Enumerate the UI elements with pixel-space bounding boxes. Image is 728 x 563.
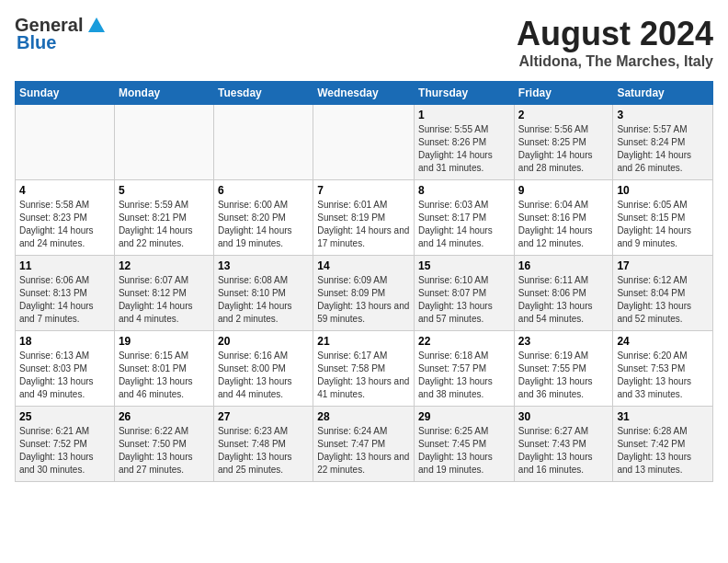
day-info: Sunrise: 6:18 AM Sunset: 7:57 PM Dayligh… <box>418 350 510 401</box>
day-info: Sunrise: 6:23 AM Sunset: 7:48 PM Dayligh… <box>218 425 309 477</box>
calendar-cell: 17Sunrise: 6:12 AM Sunset: 8:04 PM Dayli… <box>613 256 713 331</box>
day-number: 7 <box>317 184 410 197</box>
day-number: 20 <box>218 335 309 348</box>
day-number: 14 <box>317 259 410 272</box>
title-area: August 2024 Altidona, The Marches, Italy <box>517 15 713 70</box>
day-number: 24 <box>617 335 709 348</box>
day-info: Sunrise: 6:04 AM Sunset: 8:16 PM Dayligh… <box>518 199 609 250</box>
calendar-cell: 4Sunrise: 5:58 AM Sunset: 8:23 PM Daylig… <box>16 180 115 256</box>
calendar-cell: 16Sunrise: 6:11 AM Sunset: 8:06 PM Dayli… <box>514 256 613 331</box>
calendar-cell: 30Sunrise: 6:27 AM Sunset: 7:43 PM Dayli… <box>514 407 613 482</box>
calendar-cell: 13Sunrise: 6:08 AM Sunset: 8:10 PM Dayli… <box>213 256 313 331</box>
day-number: 11 <box>19 259 110 272</box>
calendar-cell: 21Sunrise: 6:17 AM Sunset: 7:58 PM Dayli… <box>313 331 415 407</box>
day-number: 18 <box>19 335 110 348</box>
calendar-cell: 14Sunrise: 6:09 AM Sunset: 8:09 PM Dayli… <box>313 256 415 331</box>
day-info: Sunrise: 6:03 AM Sunset: 8:17 PM Dayligh… <box>418 199 510 250</box>
day-info: Sunrise: 6:05 AM Sunset: 8:15 PM Dayligh… <box>617 199 709 250</box>
calendar-week-1: 1Sunrise: 5:55 AM Sunset: 8:26 PM Daylig… <box>16 105 713 180</box>
day-number: 19 <box>119 335 210 348</box>
calendar-table: SundayMondayTuesdayWednesdayThursdayFrid… <box>15 81 713 482</box>
logo-icon <box>86 16 107 36</box>
day-info: Sunrise: 6:22 AM Sunset: 7:50 PM Dayligh… <box>119 425 210 477</box>
day-info: Sunrise: 6:13 AM Sunset: 8:03 PM Dayligh… <box>19 350 110 401</box>
calendar-cell <box>16 105 115 180</box>
day-number: 23 <box>518 335 609 348</box>
day-info: Sunrise: 6:08 AM Sunset: 8:10 PM Dayligh… <box>218 274 309 326</box>
day-number: 6 <box>218 184 309 197</box>
calendar-cell: 20Sunrise: 6:16 AM Sunset: 8:00 PM Dayli… <box>213 331 313 407</box>
calendar-week-5: 25Sunrise: 6:21 AM Sunset: 7:52 PM Dayli… <box>16 407 713 482</box>
day-number: 15 <box>418 259 510 272</box>
day-info: Sunrise: 6:10 AM Sunset: 8:07 PM Dayligh… <box>418 274 510 326</box>
day-number: 27 <box>218 410 309 423</box>
day-number: 2 <box>518 109 609 121</box>
calendar-cell <box>114 105 213 180</box>
calendar-cell: 5Sunrise: 5:59 AM Sunset: 8:21 PM Daylig… <box>114 180 213 256</box>
header-row: SundayMondayTuesdayWednesdayThursdayFrid… <box>16 82 713 105</box>
day-number: 26 <box>119 410 210 423</box>
day-number: 30 <box>518 410 609 423</box>
day-info: Sunrise: 5:57 AM Sunset: 8:24 PM Dayligh… <box>617 123 709 175</box>
day-info: Sunrise: 6:27 AM Sunset: 7:43 PM Dayligh… <box>518 425 609 477</box>
day-info: Sunrise: 6:01 AM Sunset: 8:19 PM Dayligh… <box>317 199 410 250</box>
calendar-week-4: 18Sunrise: 6:13 AM Sunset: 8:03 PM Dayli… <box>16 331 713 407</box>
header-cell-monday: Monday <box>114 82 213 105</box>
calendar-cell: 6Sunrise: 6:00 AM Sunset: 8:20 PM Daylig… <box>213 180 313 256</box>
day-number: 16 <box>518 259 609 272</box>
day-info: Sunrise: 6:09 AM Sunset: 8:09 PM Dayligh… <box>317 274 410 326</box>
calendar-cell: 11Sunrise: 6:06 AM Sunset: 8:13 PM Dayli… <box>16 256 115 331</box>
calendar-cell: 28Sunrise: 6:24 AM Sunset: 7:47 PM Dayli… <box>313 407 415 482</box>
header-cell-tuesday: Tuesday <box>213 82 313 105</box>
location-title: Altidona, The Marches, Italy <box>517 53 713 70</box>
header-cell-sunday: Sunday <box>16 82 115 105</box>
day-number: 21 <box>317 335 410 348</box>
day-info: Sunrise: 5:55 AM Sunset: 8:26 PM Dayligh… <box>418 123 510 175</box>
calendar-cell: 9Sunrise: 6:04 AM Sunset: 8:16 PM Daylig… <box>514 180 613 256</box>
calendar-cell: 12Sunrise: 6:07 AM Sunset: 8:12 PM Dayli… <box>114 256 213 331</box>
day-number: 9 <box>518 184 609 197</box>
day-number: 31 <box>617 410 709 423</box>
day-info: Sunrise: 6:15 AM Sunset: 8:01 PM Dayligh… <box>119 350 210 401</box>
day-number: 8 <box>418 184 510 197</box>
svg-marker-0 <box>88 17 105 32</box>
logo-blue-text: Blue <box>15 32 56 53</box>
page-header: General Blue August 2024 Altidona, The M… <box>15 15 713 70</box>
calendar-cell: 19Sunrise: 6:15 AM Sunset: 8:01 PM Dayli… <box>114 331 213 407</box>
day-info: Sunrise: 6:17 AM Sunset: 7:58 PM Dayligh… <box>317 350 410 401</box>
day-info: Sunrise: 6:07 AM Sunset: 8:12 PM Dayligh… <box>119 274 210 326</box>
day-info: Sunrise: 6:11 AM Sunset: 8:06 PM Dayligh… <box>518 274 609 326</box>
day-info: Sunrise: 6:19 AM Sunset: 7:55 PM Dayligh… <box>518 350 609 401</box>
day-info: Sunrise: 6:25 AM Sunset: 7:45 PM Dayligh… <box>418 425 510 477</box>
header-cell-friday: Friday <box>514 82 613 105</box>
calendar-cell: 29Sunrise: 6:25 AM Sunset: 7:45 PM Dayli… <box>415 407 515 482</box>
day-number: 22 <box>418 335 510 348</box>
day-number: 29 <box>418 410 510 423</box>
day-info: Sunrise: 6:00 AM Sunset: 8:20 PM Dayligh… <box>218 199 309 250</box>
calendar-cell: 22Sunrise: 6:18 AM Sunset: 7:57 PM Dayli… <box>415 331 515 407</box>
day-number: 12 <box>119 259 210 272</box>
day-number: 28 <box>317 410 410 423</box>
calendar-cell: 25Sunrise: 6:21 AM Sunset: 7:52 PM Dayli… <box>16 407 115 482</box>
calendar-cell: 15Sunrise: 6:10 AM Sunset: 8:07 PM Dayli… <box>415 256 515 331</box>
day-number: 3 <box>617 109 709 121</box>
calendar-cell: 24Sunrise: 6:20 AM Sunset: 7:53 PM Dayli… <box>613 331 713 407</box>
calendar-cell: 23Sunrise: 6:19 AM Sunset: 7:55 PM Dayli… <box>514 331 613 407</box>
header-cell-saturday: Saturday <box>613 82 713 105</box>
day-info: Sunrise: 6:28 AM Sunset: 7:42 PM Dayligh… <box>617 425 709 477</box>
calendar-cell: 27Sunrise: 6:23 AM Sunset: 7:48 PM Dayli… <box>213 407 313 482</box>
calendar-cell: 1Sunrise: 5:55 AM Sunset: 8:26 PM Daylig… <box>415 105 515 180</box>
calendar-cell: 3Sunrise: 5:57 AM Sunset: 8:24 PM Daylig… <box>613 105 713 180</box>
calendar-cell: 31Sunrise: 6:28 AM Sunset: 7:42 PM Dayli… <box>613 407 713 482</box>
calendar-cell: 2Sunrise: 5:56 AM Sunset: 8:25 PM Daylig… <box>514 105 613 180</box>
calendar-cell <box>313 105 415 180</box>
day-info: Sunrise: 6:24 AM Sunset: 7:47 PM Dayligh… <box>317 425 410 477</box>
header-cell-thursday: Thursday <box>415 82 515 105</box>
calendar-week-3: 11Sunrise: 6:06 AM Sunset: 8:13 PM Dayli… <box>16 256 713 331</box>
day-number: 4 <box>19 184 110 197</box>
day-info: Sunrise: 6:12 AM Sunset: 8:04 PM Dayligh… <box>617 274 709 326</box>
calendar-cell <box>213 105 313 180</box>
day-info: Sunrise: 6:21 AM Sunset: 7:52 PM Dayligh… <box>19 425 110 477</box>
day-info: Sunrise: 6:16 AM Sunset: 8:00 PM Dayligh… <box>218 350 309 401</box>
calendar-cell: 7Sunrise: 6:01 AM Sunset: 8:19 PM Daylig… <box>313 180 415 256</box>
